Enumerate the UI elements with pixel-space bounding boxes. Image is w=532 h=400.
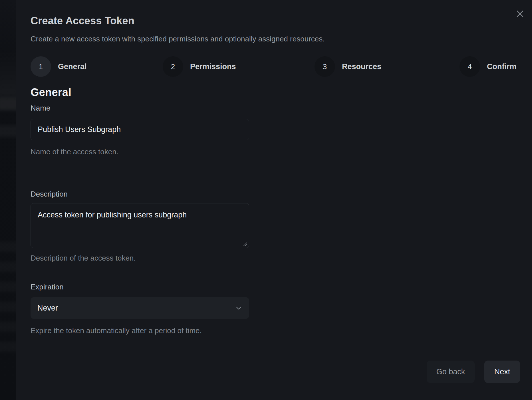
- chevron-down-icon: [235, 304, 242, 312]
- expiration-help-text: Expire the token automatically after a p…: [31, 326, 202, 335]
- name-label: Name: [31, 104, 50, 113]
- step-item-permissions[interactable]: 2 Permissions: [163, 56, 236, 77]
- step-number-badge: 3: [315, 56, 335, 77]
- step-number-badge: 1: [31, 56, 51, 77]
- expiration-select[interactable]: Never: [31, 297, 249, 319]
- name-input[interactable]: [31, 119, 249, 140]
- description-help-text: Description of the access token.: [31, 254, 136, 263]
- go-back-button[interactable]: Go back: [427, 361, 475, 383]
- section-heading: General: [31, 86, 71, 99]
- step-label: Resources: [342, 62, 381, 71]
- expiration-selected-value: Never: [37, 304, 58, 313]
- step-label: Permissions: [190, 62, 236, 71]
- dialog-title: Create Access Token: [31, 15, 134, 27]
- step-item-confirm[interactable]: 4 Confirm: [460, 56, 517, 77]
- step-number-badge: 4: [460, 56, 480, 77]
- step-item-general[interactable]: 1 General: [31, 56, 87, 77]
- screen: Create Access Token Create a new access …: [0, 0, 532, 400]
- close-icon: [517, 10, 523, 17]
- description-label: Description: [31, 190, 68, 199]
- create-access-token-modal: Create Access Token Create a new access …: [16, 0, 532, 400]
- step-label: Confirm: [487, 62, 517, 71]
- close-button[interactable]: [514, 7, 526, 20]
- step-label: General: [58, 62, 87, 71]
- description-textarea-wrap: Access token for publishing users subgra…: [31, 203, 249, 248]
- dialog-subtitle: Create a new access token with specified…: [31, 35, 325, 43]
- step-number: 1: [39, 62, 43, 71]
- step-number: 2: [171, 62, 175, 71]
- step-number: 3: [323, 62, 327, 71]
- step-number: 4: [468, 62, 472, 71]
- name-help-text: Name of the access token.: [31, 147, 118, 156]
- description-textarea[interactable]: Access token for publishing users subgra…: [31, 203, 249, 248]
- blurred-sidebar-content: [0, 0, 16, 400]
- step-number-badge: 2: [163, 56, 183, 77]
- background-page-strip: [0, 0, 16, 400]
- expiration-label: Expiration: [31, 283, 64, 291]
- stepper: 1 General 2 Permissions 3 Resources 4: [16, 56, 532, 77]
- step-item-resources[interactable]: 3 Resources: [315, 56, 381, 77]
- next-button[interactable]: Next: [484, 361, 520, 383]
